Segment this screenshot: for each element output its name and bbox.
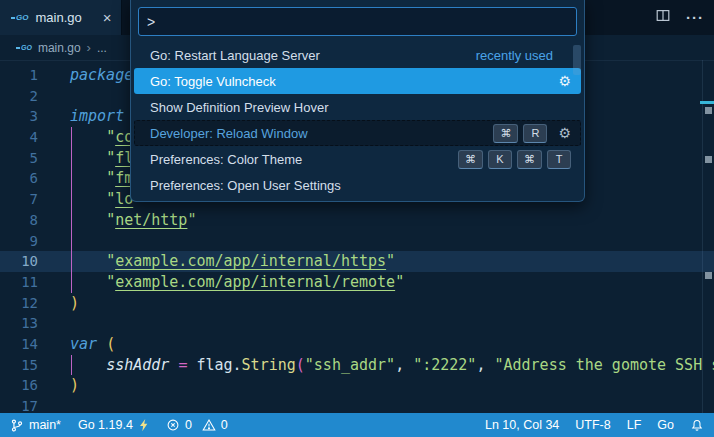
code-line[interactable]: 16) — [0, 375, 714, 396]
eol-status[interactable]: LF — [627, 418, 642, 432]
code-line[interactable]: 11 "example.com/app/internal/remote" — [0, 272, 714, 293]
palette-input-wrap — [131, 0, 584, 42]
warning-count: 0 — [221, 418, 228, 432]
indent-guide — [71, 355, 72, 375]
key-chip: ⌘ — [517, 150, 542, 169]
code-line[interactable]: 14var ( — [0, 334, 714, 355]
gear-icon[interactable]: ⚙ — [558, 126, 571, 140]
palette-item-label: Go: Toggle Vulncheck — [150, 74, 547, 89]
palette-list: Go: Restart Language Serverrecently used… — [131, 42, 584, 198]
palette-item-label: Go: Restart Language Server — [150, 48, 476, 63]
breadcrumb-file[interactable]: main.go — [38, 41, 81, 55]
line-number[interactable]: 1 — [0, 65, 38, 86]
line-content: "net/http" — [38, 210, 196, 231]
line-number[interactable]: 17 — [0, 396, 38, 413]
tab-label: main.go — [35, 10, 81, 25]
vscode-window: GO main.go × ··· GO main.go › ... 1packa… — [0, 0, 714, 437]
problems-status[interactable]: 0 0 — [166, 418, 228, 432]
line-number[interactable]: 6 — [0, 168, 38, 189]
line-number[interactable]: 2 — [0, 86, 38, 107]
palette-item-preferences-color-theme[interactable]: Preferences: Color Theme⌘K⌘T — [134, 146, 581, 172]
lightning-bolt-icon — [138, 418, 149, 432]
line-content: import — [38, 106, 124, 127]
line-content: "fm — [38, 168, 133, 189]
line-content — [38, 396, 70, 413]
key-chip: ⌘ — [458, 150, 483, 169]
gear-icon[interactable]: ⚙ — [558, 74, 571, 88]
close-icon[interactable]: × — [103, 10, 112, 25]
line-content: package — [38, 65, 133, 86]
key-chip: K — [488, 150, 512, 169]
palette-scrollbar[interactable] — [573, 45, 581, 75]
overview-marker — [705, 156, 712, 163]
bell-icon — [690, 418, 704, 433]
overview-ruler[interactable] — [702, 60, 714, 413]
code-line[interactable]: 8 "net/http" — [0, 210, 714, 231]
more-actions-icon[interactable]: ··· — [686, 9, 704, 26]
palette-item-label: Developer: Reload Window — [150, 126, 488, 141]
branch-status[interactable]: main* — [10, 418, 61, 433]
code-line[interactable]: 9 — [0, 231, 714, 252]
palette-item-go-toggle-vulncheck[interactable]: Go: Toggle Vulncheck⚙ — [134, 68, 581, 94]
overview-marker — [700, 101, 714, 104]
line-number[interactable]: 4 — [0, 127, 38, 148]
palette-item-go-restart-language-server[interactable]: Go: Restart Language Serverrecently used — [134, 42, 581, 68]
key-chip: R — [523, 124, 547, 143]
line-content: var ( — [38, 334, 115, 355]
code-line[interactable]: 10 "example.com/app/internal/https" — [0, 251, 714, 272]
line-number[interactable]: 11 — [0, 272, 38, 293]
code-line[interactable]: 15 sshAddr = flag.String("ssh_addr", ":2… — [0, 355, 714, 376]
error-count: 0 — [185, 418, 192, 432]
line-content: "fl — [38, 148, 133, 169]
editor-actions: ··· — [655, 0, 704, 35]
key-chip: ⌘ — [493, 124, 518, 143]
palette-item-label: Preferences: Open User Settings — [150, 178, 571, 193]
line-number[interactable]: 13 — [0, 313, 38, 334]
indent-guide — [71, 127, 72, 293]
line-number[interactable]: 3 — [0, 106, 38, 127]
breadcrumb-symbol[interactable]: ... — [97, 41, 107, 55]
error-icon — [166, 418, 180, 432]
palette-item-preferences-open-user-settings[interactable]: Preferences: Open User Settings — [134, 172, 581, 198]
line-content: "co — [38, 127, 133, 148]
split-editor-icon[interactable] — [655, 8, 671, 27]
encoding-status[interactable]: UTF-8 — [575, 418, 610, 432]
line-number[interactable]: 15 — [0, 355, 38, 376]
warning-icon — [202, 418, 216, 432]
line-number[interactable]: 7 — [0, 189, 38, 210]
code-line[interactable]: 17 — [0, 396, 714, 413]
line-content: "example.com/app/internal/remote" — [38, 272, 404, 293]
line-number[interactable]: 8 — [0, 210, 38, 231]
line-number[interactable]: 12 — [0, 293, 38, 314]
line-number[interactable]: 9 — [0, 231, 38, 252]
line-number[interactable]: 5 — [0, 148, 38, 169]
line-content — [38, 86, 70, 107]
notifications-bell[interactable] — [690, 418, 704, 433]
cursor-position-status[interactable]: Ln 10, Col 34 — [485, 418, 559, 432]
recently-used-badge: recently used — [476, 48, 571, 63]
line-number[interactable]: 16 — [0, 375, 38, 396]
status-left-group: main* Go 1.19.4 0 0 — [10, 418, 228, 433]
palette-item-show-definition-preview-hover[interactable]: Show Definition Preview Hover — [134, 94, 581, 120]
go-file-icon: GO — [16, 44, 32, 51]
language-mode-status[interactable]: Go — [657, 418, 674, 432]
key-chip: T — [547, 150, 571, 169]
palette-item-label: Show Definition Preview Hover — [150, 100, 571, 115]
branch-label: main* — [29, 418, 61, 432]
line-content: sshAddr = flag.String("ssh_addr", ":2222… — [38, 355, 714, 376]
chevron-right-icon: › — [87, 40, 91, 55]
status-right-group: Ln 10, Col 34 UTF-8 LF Go — [485, 418, 704, 433]
command-input[interactable] — [138, 7, 577, 36]
tab-main-go[interactable]: GO main.go × — [0, 0, 122, 35]
line-content: "lo — [38, 189, 133, 210]
code-line[interactable]: 13 — [0, 313, 714, 334]
git-branch-icon — [10, 418, 24, 433]
palette-item-developer-reload-window[interactable]: Developer: Reload Window⌘R⚙ — [134, 120, 581, 146]
go-version-status[interactable]: Go 1.19.4 — [78, 418, 149, 432]
line-content — [38, 231, 70, 252]
overview-marker — [705, 272, 712, 279]
code-line[interactable]: 12) — [0, 293, 714, 314]
line-number[interactable]: 14 — [0, 334, 38, 355]
palette-item-label: Preferences: Color Theme — [150, 152, 453, 167]
line-number[interactable]: 10 — [0, 251, 38, 272]
